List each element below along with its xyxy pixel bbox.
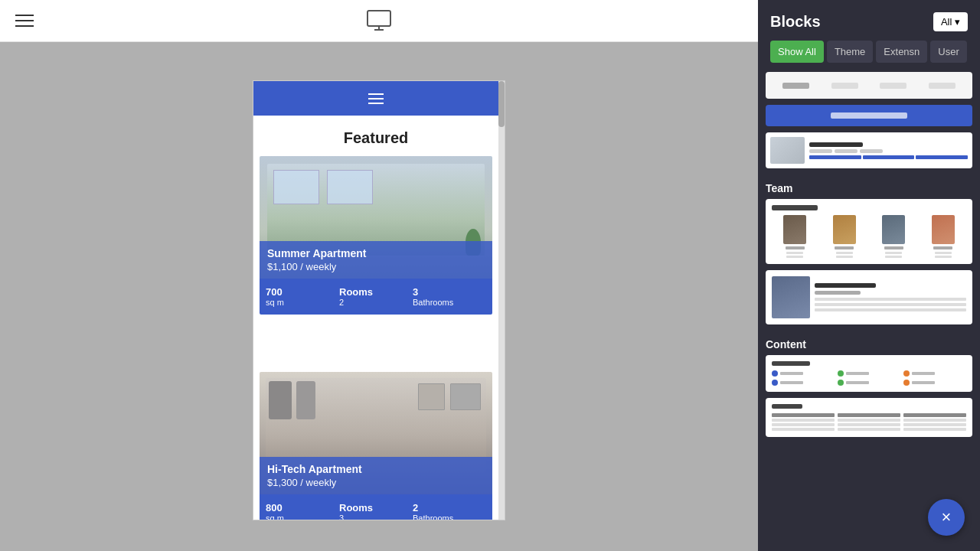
property-stats-summer: 700 sq m Rooms 2 3 Bathrooms [260, 279, 492, 315]
thumb-price-item-2 [863, 155, 915, 159]
content-section-label: Content [766, 331, 972, 355]
thumb-details[interactable] [766, 398, 972, 437]
stat-rooms-hitech: Rooms 3 [339, 502, 413, 520]
thumb-property-card-inner [766, 132, 972, 168]
thumb-agent-line-7 [935, 252, 952, 254]
thumb-detail-data-1 [772, 419, 835, 422]
thumb-feature-dot-3 [903, 370, 910, 377]
close-fab-button[interactable]: × [928, 499, 965, 536]
stat-bathrooms-hitech: 2 Bathrooms [413, 502, 486, 520]
thumb-feature-text-3 [912, 372, 935, 375]
property-stats-hitech: 800 sq m Rooms 3 2 Bathrooms [260, 494, 492, 520]
thumb-feature-dot-2 [838, 370, 844, 377]
thumb-prop-line-1 [809, 149, 832, 153]
thumb-prop-line-2 [835, 149, 858, 153]
thumb-detail-data-2 [772, 423, 835, 426]
thumb-detail-line-1 [815, 298, 966, 301]
thumb-detail-data-6 [838, 428, 900, 431]
filter-tabs: Show All Theme Extensn User [758, 41, 980, 72]
thumb-agents-list [772, 215, 966, 258]
thumb-detail-line-2 [815, 303, 966, 306]
thumb-feature-text-2 [846, 372, 869, 375]
thumb-feature-dot-5 [838, 380, 844, 386]
team-section-label: Team [766, 174, 972, 199]
thumb-agent-detail-info [815, 276, 966, 318]
thumb-hero-text [831, 112, 907, 119]
property-info-overlay-hitech: Hi-Tech Apartment $1,300 / weekly [260, 457, 492, 494]
tab-show-all[interactable]: Show All [770, 41, 824, 63]
property-title-hitech: Hi-Tech Apartment [267, 463, 485, 475]
thumb-feature-5 [838, 380, 900, 386]
thumb-detail-data-9 [903, 428, 966, 431]
property-image-summer: Summer Apartment $1,100 / weekly [260, 156, 492, 279]
thumb-features-title [772, 361, 810, 366]
thumb-feature-dot-6 [903, 380, 910, 386]
thumb-detail-col-1 [772, 413, 835, 431]
thumb-nav-item-2 [831, 83, 858, 89]
thumb-feature-dot-4 [772, 380, 778, 386]
thumb-detail-header-1 [772, 413, 835, 417]
property-price-hitech: $1,300 / weekly [267, 477, 485, 488]
thumb-feature-4 [772, 380, 835, 386]
mobile-hamburger-icon [368, 93, 384, 104]
thumb-detail-col-2 [838, 413, 900, 431]
property-image-hitech: Hi-Tech Apartment $1,300 / weekly [260, 372, 492, 494]
tab-user[interactable]: User [930, 41, 966, 63]
monitor-icon [367, 10, 391, 31]
thumb-features[interactable] [766, 355, 972, 392]
thumb-agent-line-2 [786, 256, 803, 258]
thumb-nav-item-4 [929, 83, 956, 89]
thumb-detail-data-4 [838, 419, 900, 422]
thumb-prop-line-3 [860, 149, 883, 153]
property-title-summer: Summer Apartment [267, 247, 485, 259]
thumb-agent-name-4 [933, 246, 952, 249]
thumb-price-item-3 [916, 155, 968, 159]
thumb-agent-photo-2 [833, 215, 856, 244]
thumb-agent-detail-sub [815, 291, 861, 295]
thumb-agent-4 [920, 215, 967, 258]
property-card-summer: Summer Apartment $1,100 / weekly 700 sq … [260, 156, 492, 315]
svg-rect-0 [368, 11, 390, 26]
thumb-agent-detail[interactable] [766, 270, 972, 324]
thumb-hero-inner [766, 105, 972, 126]
thumb-prop-info [809, 142, 968, 159]
thumb-feature-text-6 [912, 381, 935, 384]
thumb-details-inner [766, 398, 972, 437]
preview-content: Featured Summer Apartment $1 [253, 81, 498, 520]
thumb-agent-detail-lines [815, 298, 966, 311]
thumb-nav-item-3 [880, 83, 906, 89]
thumb-detail-header-3 [903, 413, 966, 417]
property-price-summer: $1,100 / weekly [267, 261, 485, 272]
stat-bathrooms-summer: 3 Bathrooms [413, 286, 486, 307]
thumb-agent-line-6 [885, 256, 902, 258]
thumb-feature-text-5 [846, 381, 869, 384]
thumb-property-list[interactable] [766, 132, 972, 168]
sidebar-title: Blocks [770, 13, 821, 31]
all-dropdown-button[interactable]: All ▾ [933, 12, 968, 31]
stat-rooms-summer: Rooms 2 [339, 286, 413, 307]
thumb-feature-1 [772, 370, 835, 377]
thumb-prop-image [770, 137, 805, 164]
thumb-price-bar [809, 155, 968, 159]
thumb-nav-bar[interactable] [766, 72, 972, 99]
preview-scrollbar[interactable] [498, 81, 505, 520]
featured-heading: Featured [253, 116, 498, 156]
thumb-agent-name-1 [786, 246, 805, 249]
thumb-detail-data-5 [838, 423, 900, 426]
sidebar-content[interactable]: Team [758, 72, 980, 551]
thumb-hero[interactable] [766, 105, 972, 126]
thumb-prop-lines [809, 149, 968, 153]
thumb-agent-info-3 [885, 252, 902, 258]
thumb-feature-3 [903, 370, 966, 377]
thumb-nav-item-1 [782, 83, 809, 89]
thumb-detail-data-8 [903, 423, 966, 426]
tab-extension[interactable]: Extensn [876, 41, 927, 63]
thumb-agent-line-1 [786, 252, 803, 254]
thumb-agent-line-4 [836, 256, 853, 258]
thumb-team-agents[interactable] [766, 199, 972, 264]
thumb-team-title [772, 205, 818, 210]
thumb-detail-data-7 [903, 419, 966, 422]
thumb-agent-detail-title [815, 283, 876, 288]
hamburger-menu-button[interactable] [15, 15, 34, 27]
tab-theme[interactable]: Theme [827, 41, 873, 63]
